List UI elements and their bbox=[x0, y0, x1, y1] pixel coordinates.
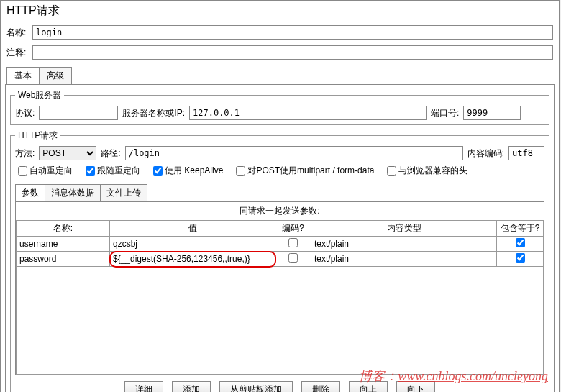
path-label: 路径: bbox=[101, 147, 120, 160]
params-empty-area[interactable] bbox=[16, 267, 544, 375]
window-title: HTTP请求 bbox=[1, 1, 559, 22]
params-title: 同请求一起发送参数: bbox=[16, 202, 544, 220]
webserver-fieldset: Web服务器 协议: 服务器名称或IP: 端口号: bbox=[10, 89, 549, 125]
port-label: 端口号: bbox=[431, 107, 459, 119]
tab-upload[interactable]: 文件上传 bbox=[100, 184, 147, 201]
watermark-link[interactable]: www.cnblogs.com/uncleyong bbox=[398, 369, 548, 383]
browser-headers-checkbox[interactable]: 与浏览器兼容的头 bbox=[387, 165, 468, 177]
server-input[interactable] bbox=[189, 106, 427, 120]
server-label: 服务器名称或IP: bbox=[122, 107, 185, 119]
encoding-input[interactable] bbox=[508, 146, 544, 160]
table-row[interactable]: usernameqzcsbjtext/plain bbox=[17, 237, 544, 252]
add-button[interactable]: 添加 bbox=[172, 381, 211, 392]
multipart-checkbox[interactable]: 对POST使用multipart / form-data bbox=[236, 165, 374, 177]
auto-redirect-checkbox[interactable]: 自动重定向 bbox=[18, 165, 73, 177]
httpreq-fieldset: HTTP请求 方法: POST 路径: 内容编码: 自动重定向 跟随重定向 使用… bbox=[10, 129, 549, 392]
keepalive-checkbox[interactable]: 使用 KeepAlive bbox=[153, 165, 223, 177]
protocol-label: 协议: bbox=[15, 107, 35, 119]
cell-encode[interactable] bbox=[275, 252, 311, 267]
tab-params[interactable]: 参数 bbox=[15, 184, 45, 201]
follow-checkbox[interactable]: 跟随重定向 bbox=[86, 165, 140, 177]
name-label: 名称: bbox=[6, 27, 28, 39]
col-ctype: 内容类型 bbox=[311, 221, 497, 237]
clipboard-button[interactable]: 从剪贴板添加 bbox=[219, 381, 293, 392]
params-table: 名称: 值 编码? 内容类型 包含等于? usernameqzcsbjtext/… bbox=[16, 220, 544, 267]
col-encode: 编码? bbox=[275, 221, 311, 237]
col-include-eq: 包含等于? bbox=[497, 221, 544, 237]
col-name: 名称: bbox=[17, 221, 110, 237]
comment-input[interactable] bbox=[32, 45, 553, 60]
webserver-legend: Web服务器 bbox=[15, 89, 64, 101]
encoding-label: 内容编码: bbox=[468, 147, 504, 160]
name-input[interactable] bbox=[32, 25, 553, 40]
comment-label: 注释: bbox=[6, 47, 28, 59]
cell-ctype[interactable]: text/plain bbox=[311, 237, 497, 252]
tab-advanced[interactable]: 高级 bbox=[39, 67, 72, 84]
detail-button[interactable]: 详细 bbox=[124, 381, 163, 392]
cell-name[interactable]: password bbox=[17, 252, 110, 267]
table-row[interactable]: password${__digest(SHA-256,123456,,true,… bbox=[17, 252, 544, 267]
delete-button[interactable]: 删除 bbox=[301, 381, 340, 392]
watermark: 博客：www.cnblogs.com/uncleyong bbox=[359, 368, 548, 385]
path-input[interactable] bbox=[125, 146, 463, 160]
method-label: 方法: bbox=[15, 147, 35, 160]
tab-basic[interactable]: 基本 bbox=[6, 67, 40, 84]
cell-ctype[interactable]: text/plain bbox=[311, 252, 497, 267]
cell-value[interactable]: ${__digest(SHA-256,123456,,true,)} bbox=[110, 252, 275, 267]
method-select[interactable]: POST bbox=[39, 146, 96, 160]
cell-name[interactable]: username bbox=[17, 237, 110, 252]
cell-include-eq[interactable] bbox=[497, 252, 544, 267]
httpreq-legend: HTTP请求 bbox=[15, 129, 60, 142]
port-input[interactable] bbox=[463, 106, 521, 120]
col-value: 值 bbox=[110, 221, 275, 237]
tab-body[interactable]: 消息体数据 bbox=[45, 184, 101, 201]
cell-encode[interactable] bbox=[275, 237, 311, 252]
cell-value[interactable]: qzcsbj bbox=[110, 237, 275, 252]
protocol-input[interactable] bbox=[39, 106, 118, 120]
cell-include-eq[interactable] bbox=[497, 237, 544, 252]
